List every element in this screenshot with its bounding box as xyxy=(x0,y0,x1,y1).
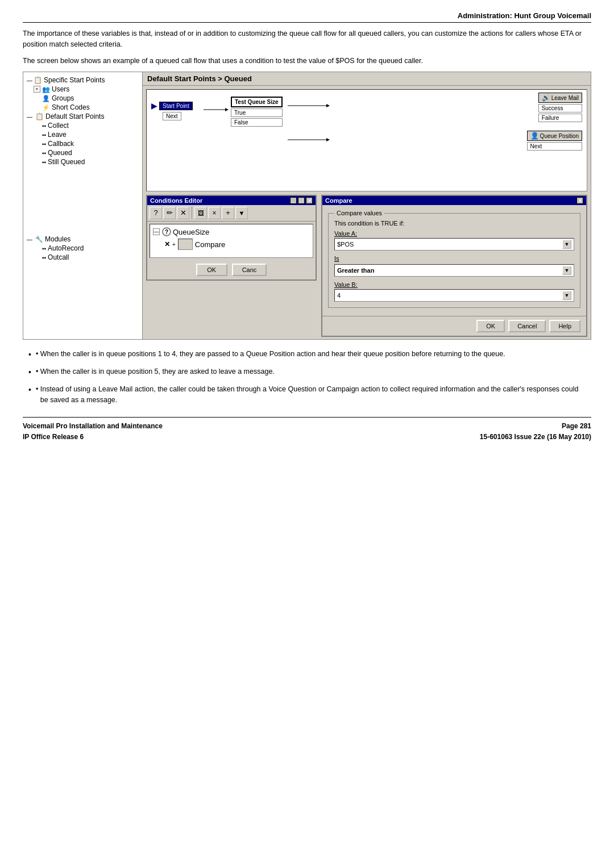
start-point-node: Start Point xyxy=(159,102,193,110)
edit-icon[interactable]: ✏ xyxy=(163,207,176,219)
svg-marker-1 xyxy=(225,108,229,111)
tree-item-leave[interactable]: ▪▪ Leave xyxy=(34,130,140,139)
queue-size-label: QueueSize xyxy=(173,228,209,236)
toggle-specific[interactable]: — xyxy=(26,77,34,84)
bullet-marker-2: • xyxy=(36,366,40,377)
conditions-minimize-btn[interactable]: _ xyxy=(290,197,297,204)
footer-left: Voicemail Pro Installation and Maintenan… xyxy=(23,421,163,443)
conditions-editor-title: Conditions Editor xyxy=(150,197,202,204)
conditions-maximize-btn[interactable]: □ xyxy=(298,197,305,204)
svg-marker-5 xyxy=(326,138,330,141)
queue-position-node: 👤 Queue Position xyxy=(527,131,582,141)
tree-panel: — 📋 Specific Start Points + 👥 Users 👤 Gr… xyxy=(23,72,143,339)
is-value-text: Greater than xyxy=(337,267,374,274)
collect-label: Collect xyxy=(48,122,69,130)
tree-item-specific-start-points[interactable]: — 📋 Specific Start Points xyxy=(26,76,140,85)
condition-text: This condition is TRUE if: xyxy=(334,220,574,227)
screenshot-area: — 📋 Specific Start Points + 👥 Users 👤 Gr… xyxy=(23,72,591,340)
queue-size-item: — ? QueueSize xyxy=(153,227,310,236)
tree-item-callback[interactable]: ▪▪ Callback xyxy=(34,139,140,148)
value-a-field: Value A: $POS ▼ xyxy=(334,230,574,251)
conditions-footer: OK Canc xyxy=(147,260,316,279)
value-a-select[interactable]: $POS ▼ xyxy=(334,238,574,251)
conditions-editor-dialog: Conditions Editor _ □ ✕ ? ✏ ✕ 🖼 xyxy=(146,195,317,281)
is-label: Is xyxy=(334,255,574,262)
svg-marker-3 xyxy=(326,104,330,107)
is-select[interactable]: Greater than ▼ xyxy=(334,264,574,277)
short-codes-label: Short Codes xyxy=(52,103,90,111)
conditions-close-btn[interactable]: ✕ xyxy=(306,197,313,204)
tree-item-collect[interactable]: ▪▪ Collect xyxy=(34,121,140,130)
bullet-item-2: • When the caller is in queue position 5… xyxy=(28,366,586,378)
bullet-marker-3: • xyxy=(36,384,40,395)
leave-mail-node: 🔊 Leave Mail xyxy=(538,93,582,103)
conditions-tree-area: — ? QueueSize ✕ + Compare xyxy=(150,224,313,258)
flow-diagram: ▶ Start Point Next Test Queue Size True … xyxy=(146,89,587,191)
breadcrumb: Default Start Points > Queued xyxy=(143,72,591,86)
tree-item-users[interactable]: + 👥 Users xyxy=(34,85,140,94)
footer-right-line2: 15-601063 Issue 22e (16 May 2010) xyxy=(480,432,591,443)
tree-item-default-start-points[interactable]: — 📋 Default Start Points xyxy=(26,112,140,121)
compare-dialog-title: Compare xyxy=(325,197,352,204)
value-b-field: Value B: 4 ▼ xyxy=(334,281,574,302)
intro-para1: The importance of these variables is tha… xyxy=(23,28,591,50)
tree-item-still-queued[interactable]: ▪▪ Still Queued xyxy=(34,157,140,166)
tree-item-modules[interactable]: — 🔧 Modules xyxy=(26,235,140,244)
bullet-marker-1: • xyxy=(36,349,40,360)
toolbar-separator xyxy=(192,207,192,219)
false-node: False xyxy=(231,118,283,127)
compare-ok-button[interactable]: OK xyxy=(476,320,505,332)
value-a-label: Value A: xyxy=(334,230,574,237)
multiply-icon2: ✕ xyxy=(164,240,170,248)
success-node: Success xyxy=(538,104,582,112)
footer-right-line1: Page 281 xyxy=(480,421,591,432)
tree-item-outcall[interactable]: ▪▪ Outcall xyxy=(34,253,140,262)
value-b-dropdown-arrow[interactable]: ▼ xyxy=(562,291,571,300)
tree-item-groups[interactable]: 👤 Groups xyxy=(34,94,140,103)
main-panel: Default Start Points > Queued ▶ Start Po… xyxy=(143,72,591,339)
page-footer: Voicemail Pro Installation and Maintenan… xyxy=(23,417,591,443)
queue-size-toggle[interactable]: — xyxy=(153,228,160,235)
compare-footer: OK Cancel Help xyxy=(322,316,586,336)
compare-icon xyxy=(178,239,193,250)
conditions-cancel-button[interactable]: Canc xyxy=(232,264,267,276)
compare-item: ✕ + Compare xyxy=(164,239,310,250)
tree-item-short-codes[interactable]: ⚡ Short Codes xyxy=(34,103,140,112)
compare-label: Compare xyxy=(195,240,225,249)
value-b-select[interactable]: 4 ▼ xyxy=(334,289,574,302)
next-node: Next xyxy=(163,112,181,120)
help-icon[interactable]: ? xyxy=(150,207,162,219)
compare-dialog: Compare ✕ Compare values This condition … xyxy=(321,195,587,337)
tree-item-queued[interactable]: ▪▪ Queued xyxy=(34,148,140,157)
next2-node: Next xyxy=(527,142,582,151)
delete-icon[interactable]: ✕ xyxy=(177,207,189,219)
compare-help-button[interactable]: Help xyxy=(549,320,580,332)
footer-left-line2: IP Office Release 6 xyxy=(23,432,163,443)
image-icon[interactable]: 🖼 xyxy=(194,207,207,219)
is-dropdown-arrow[interactable]: ▼ xyxy=(562,266,571,275)
test-queue-size-node: Test Queue Size xyxy=(231,97,283,107)
intro-para2: The screen below shows an example of a q… xyxy=(23,56,591,66)
footer-right: Page 281 15-601063 Issue 22e (16 May 201… xyxy=(480,421,591,443)
page-header: Administration: Hunt Group Voicemail xyxy=(23,11,591,23)
bullet-item-1: • When the caller is in queue positions … xyxy=(28,349,586,361)
add-icon[interactable]: + xyxy=(222,207,234,219)
conditions-ok-button[interactable]: OK xyxy=(196,264,227,276)
value-a-dropdown-arrow[interactable]: ▼ xyxy=(562,240,571,249)
bullet-list: • When the caller is in queue positions … xyxy=(23,349,591,406)
compare-cancel-button[interactable]: Cancel xyxy=(508,320,546,332)
failure-node: Failure xyxy=(538,114,582,122)
compare-values-legend: Compare values xyxy=(334,210,384,216)
value-b-text: 4 xyxy=(337,292,341,299)
dropdown-icon[interactable]: ▼ xyxy=(235,207,248,219)
bullet-item-3: • Instead of using a Leave Mail action, … xyxy=(28,384,586,406)
tree-item-autorecord[interactable]: ▪▪ AutoRecord xyxy=(34,244,140,253)
compare-close-btn[interactable]: ✕ xyxy=(576,197,583,204)
callback-label: Callback xyxy=(48,140,74,148)
multiply-icon[interactable]: × xyxy=(208,207,221,219)
value-a-text: $POS xyxy=(337,241,354,248)
toggle-users[interactable]: + xyxy=(34,86,40,93)
question-icon: ? xyxy=(162,227,171,236)
header-title: Administration: Hunt Group Voicemail xyxy=(458,11,591,20)
true-node: True xyxy=(231,108,283,117)
